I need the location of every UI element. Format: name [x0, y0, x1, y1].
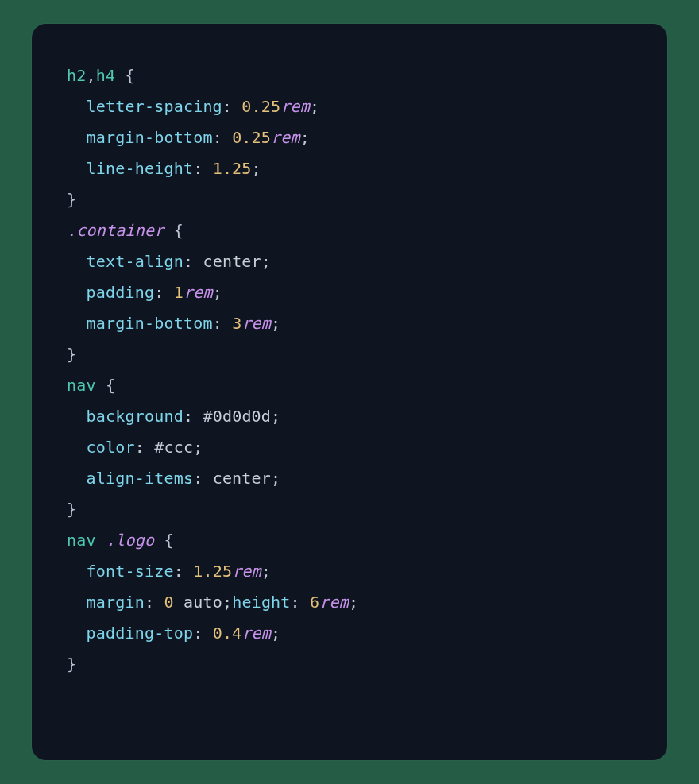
code-card: h2,h4 { letter-spacing: 0.25rem; margin-… [32, 24, 667, 760]
css-code-block: h2,h4 { letter-spacing: 0.25rem; margin-… [67, 60, 632, 680]
